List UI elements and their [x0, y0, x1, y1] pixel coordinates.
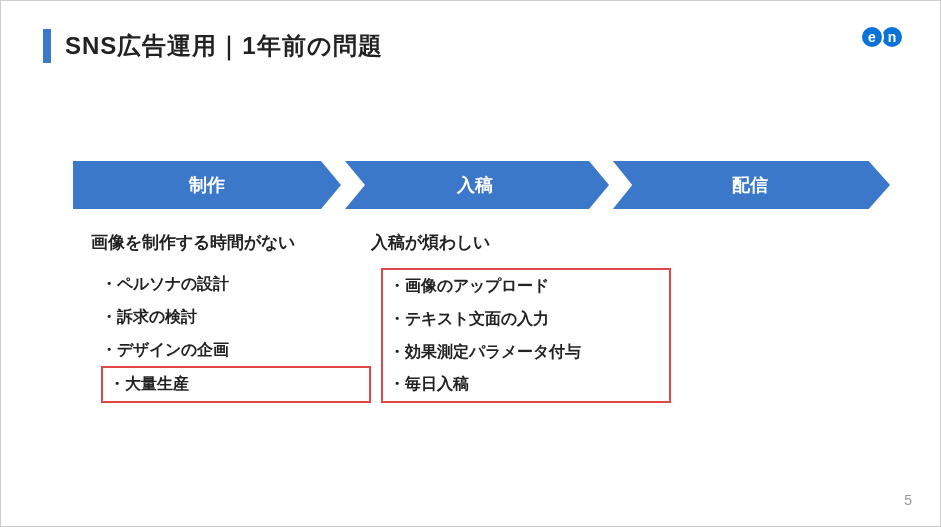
- list-item: ・ペルソナの設計: [101, 268, 371, 301]
- item-list: ・画像のアップロード ・テキスト文面の入力 ・効果測定パラメータ付与 ・毎日入稿: [371, 268, 671, 403]
- column-submit: 入稿が煩わしい ・画像のアップロード ・テキスト文面の入力 ・効果測定パラメータ…: [371, 231, 671, 403]
- item-list: ・ペルソナの設計 ・訴求の検討 ・デザインの企画 ・大量生産: [91, 268, 371, 403]
- flow-step-label: 入稿: [457, 173, 493, 197]
- column-produce: 画像を制作する時間がない ・ペルソナの設計 ・訴求の検討 ・デザインの企画 ・大…: [91, 231, 371, 403]
- list-item: ・画像のアップロード: [389, 270, 663, 303]
- highlight-box: ・画像のアップロード ・テキスト文面の入力 ・効果測定パラメータ付与 ・毎日入稿: [381, 268, 671, 403]
- column-heading: 画像を制作する時間がない: [91, 231, 371, 254]
- list-item: ・テキスト文面の入力: [389, 303, 663, 336]
- list-item: ・大量生産: [109, 368, 363, 401]
- page-number: 5: [904, 492, 912, 508]
- list-item: ・効果測定パラメータ付与: [389, 336, 663, 369]
- column-heading: 入稿が煩わしい: [371, 231, 671, 254]
- flow-step-deliver: 配信: [609, 161, 890, 209]
- highlight-box: ・大量生産: [101, 366, 371, 403]
- flow-step-label: 制作: [189, 173, 225, 197]
- flow-step-submit: 入稿: [341, 161, 609, 209]
- brand-logo: e n: [860, 25, 904, 49]
- logo-letter-e: e: [860, 25, 884, 49]
- flow-step-produce: 制作: [73, 161, 341, 209]
- flow-step-label: 配信: [732, 173, 768, 197]
- slide-title: SNS広告運用｜1年前の問題: [65, 30, 383, 62]
- list-item: ・毎日入稿: [389, 368, 663, 401]
- list-item: ・訴求の検討: [101, 301, 371, 334]
- process-flow: 制作 入稿 配信: [73, 161, 890, 209]
- title-accent-bar: [43, 29, 51, 63]
- content-columns: 画像を制作する時間がない ・ペルソナの設計 ・訴求の検討 ・デザインの企画 ・大…: [91, 231, 880, 403]
- list-item: ・デザインの企画: [101, 334, 371, 367]
- title-bar: SNS広告運用｜1年前の問題: [43, 29, 383, 63]
- slide: SNS広告運用｜1年前の問題 e n 制作 入稿 配信 画像を制作する時間がない…: [0, 0, 941, 527]
